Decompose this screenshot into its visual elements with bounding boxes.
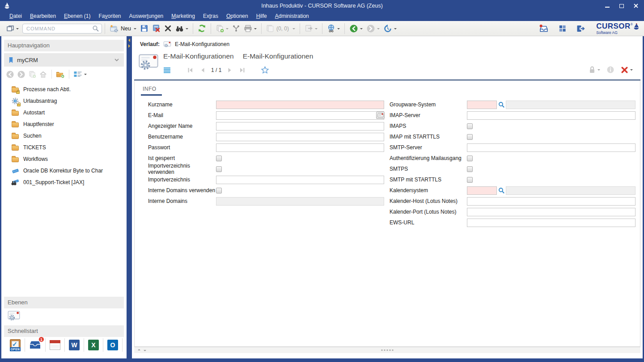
- history-item-icon: [163, 41, 171, 47]
- tree-item-hauptfenster[interactable]: Hauptfenster: [1, 118, 127, 130]
- lock-record-button[interactable]: [589, 66, 600, 74]
- merge-button[interactable]: [231, 23, 242, 34]
- splitter-drag-handle[interactable]: [381, 349, 394, 351]
- collapse-left-icon[interactable]: [128, 38, 130, 42]
- groupware-system-value-input: [506, 101, 636, 109]
- delete-button[interactable]: [163, 23, 173, 34]
- menu-hamburger-icon[interactable]: [163, 67, 171, 73]
- tree-item-urlaubsantrag[interactable]: Urlaubsantrag: [1, 95, 127, 107]
- refresh-button[interactable]: [196, 23, 208, 34]
- sidebar: Hauptnavigation myCRM Prozesse nach Abtl…: [1, 36, 127, 358]
- tree-item-label: 001_Support-Ticket [JAX]: [23, 179, 84, 185]
- importverzeichnis-input[interactable]: [216, 176, 384, 184]
- expand-right-icon[interactable]: [128, 44, 130, 48]
- history-item[interactable]: E-Mail-Konfigurationen: [175, 41, 229, 47]
- panel-up-icon[interactable]: [138, 349, 140, 350]
- view-list-button[interactable]: [73, 71, 87, 78]
- smtp-server-input[interactable]: [467, 143, 636, 152]
- search-icon[interactable]: [92, 25, 99, 32]
- kalendersystem-key-input[interactable]: [467, 186, 497, 195]
- groupware-system-lookup-button[interactable]: [497, 101, 506, 108]
- interne-domains-label: Interne Domains: [148, 198, 216, 204]
- form-panel: INFO KurznameE-MailAngezeigter NameBenut…: [134, 80, 640, 347]
- minimize-button[interactable]: [604, 3, 611, 9]
- kalender-host-input[interactable]: [467, 197, 636, 206]
- tab-info[interactable]: INFO: [141, 86, 162, 96]
- chevron-down-icon[interactable]: [114, 58, 119, 62]
- back-button[interactable]: [348, 23, 364, 34]
- outlook-icon: O: [107, 340, 118, 350]
- email-compose-button[interactable]: [376, 112, 385, 119]
- smtps-checkbox[interactable]: [467, 166, 473, 172]
- angezeigter-name-input[interactable]: [216, 122, 384, 130]
- quickstart-excel[interactable]: X: [84, 338, 103, 352]
- importverzeichnis-verwenden-checkbox[interactable]: [216, 166, 222, 172]
- add-folder-button[interactable]: [56, 71, 65, 78]
- menu-bearbeiten[interactable]: Bearbeiten: [26, 12, 60, 21]
- delete-record-button[interactable]: [151, 23, 162, 34]
- logout-button[interactable]: [575, 23, 587, 34]
- menu-optionen[interactable]: Optionen: [222, 12, 252, 21]
- print-button[interactable]: [242, 23, 258, 34]
- tree-item-workflows[interactable]: Workflows: [1, 153, 127, 165]
- menu-auswertungen[interactable]: Auswertungen: [125, 12, 168, 21]
- smtp-mit-starttls-checkbox[interactable]: [467, 177, 473, 183]
- authentifizierung-mailausgang-checkbox[interactable]: [467, 156, 473, 161]
- benutzername-input[interactable]: [216, 133, 384, 141]
- tree-item-prozesse-nach-abtl[interactable]: Prozesse nach Abtl.: [1, 84, 127, 95]
- form-row-kalender-host: Kalender-Host (Lotus Notes): [390, 197, 636, 206]
- quickstart-outlook[interactable]: O: [103, 338, 123, 352]
- close-button[interactable]: [632, 3, 640, 9]
- menu-favoriten[interactable]: Favoriten: [94, 12, 125, 21]
- imap-mit-starttls-checkbox[interactable]: [467, 134, 473, 140]
- groupware-system-key-input[interactable]: [467, 101, 497, 109]
- email-input[interactable]: [216, 111, 384, 120]
- favorite-star-icon[interactable]: [261, 66, 269, 74]
- folder-icon: [11, 132, 19, 139]
- interne-domains-verwenden-checkbox[interactable]: [216, 188, 222, 194]
- kalender-port-input[interactable]: [467, 208, 636, 216]
- nav-forward-button: [17, 70, 25, 79]
- imap-server-input[interactable]: [467, 111, 636, 120]
- sidebar-splitter[interactable]: [127, 36, 132, 358]
- menu-hilfe[interactable]: Hilfe: [252, 12, 271, 21]
- menu-datei[interactable]: Datei: [5, 12, 26, 21]
- menu-marketing[interactable]: Marketing: [167, 12, 199, 21]
- menu-extras[interactable]: Extras: [199, 12, 222, 21]
- quickstart-calendar[interactable]: [46, 338, 65, 352]
- binoculars-search-button[interactable]: [174, 24, 190, 34]
- imaps-checkbox[interactable]: [467, 123, 473, 129]
- history-button[interactable]: [382, 23, 398, 34]
- quickstart-inbox[interactable]: 1: [25, 338, 46, 352]
- neu-button[interactable]: Neu: [108, 23, 138, 34]
- notifications-inbox-button[interactable]: [538, 23, 550, 34]
- menu-administration[interactable]: Administration: [271, 12, 313, 21]
- folder-lock-icon: [11, 86, 19, 93]
- workspace-selector[interactable]: myCRM: [4, 53, 124, 67]
- tree-item-suchen[interactable]: Suchen: [1, 130, 127, 142]
- kurzname-input[interactable]: [216, 101, 384, 109]
- command-input[interactable]: [22, 24, 102, 34]
- ews-url-input[interactable]: [467, 219, 636, 227]
- menu-ebenen-1[interactable]: Ebenen (1): [60, 12, 94, 21]
- user-globe-button[interactable]: [326, 23, 341, 34]
- save-button[interactable]: [139, 23, 150, 34]
- tree-item-001-support-ticket-jax[interactable]: 001_Support-Ticket [JAX]: [1, 177, 127, 188]
- page-title-secondary: E-Mail-Konfigurationen: [243, 52, 314, 60]
- tree-item-tickets[interactable]: TICKETS: [1, 142, 127, 153]
- ist-gesperrt-checkbox[interactable]: [216, 156, 222, 161]
- kalendersystem-lookup-button[interactable]: [497, 187, 506, 194]
- window-stack-icon[interactable]: [5, 24, 20, 34]
- panel-down-icon[interactable]: [144, 350, 146, 351]
- quickstart-open-document[interactable]: ✓ OPEN: [6, 338, 25, 352]
- copy-record-button[interactable]: [214, 23, 230, 34]
- tree-item-autostart[interactable]: Autostart: [1, 107, 127, 118]
- maximize-button[interactable]: [618, 3, 625, 9]
- bottom-splitter[interactable]: [134, 347, 640, 353]
- quickstart-word[interactable]: W: [65, 338, 84, 352]
- passwort-input[interactable]: [216, 143, 384, 152]
- apps-grid-button[interactable]: [557, 23, 568, 34]
- tree-item-oracle-db-korrektur-byte-to-char[interactable]: Oracle DB Korrektur Byte to Char: [1, 165, 127, 177]
- ebene-email-konfigurationen[interactable]: [8, 310, 20, 321]
- close-record-button[interactable]: [621, 66, 633, 74]
